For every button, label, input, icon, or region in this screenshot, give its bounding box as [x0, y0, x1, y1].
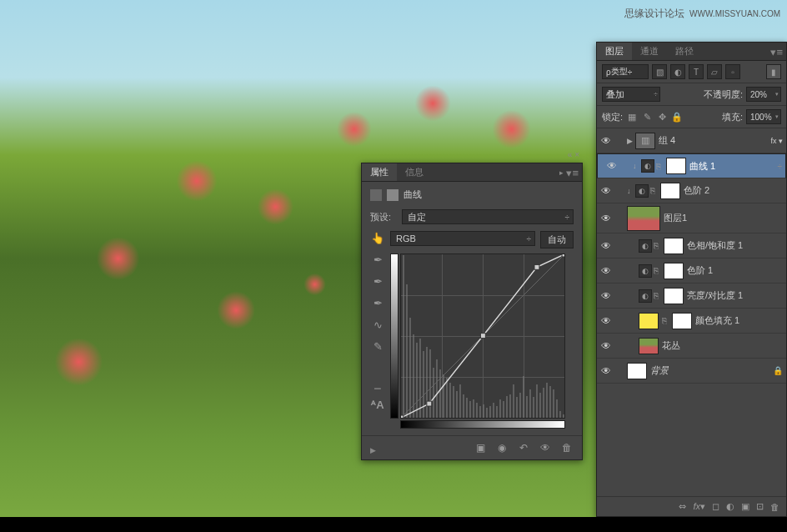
delete-icon[interactable]: 🗑 [560, 441, 574, 454]
filter-type-icon[interactable]: T [689, 64, 704, 79]
opacity-input[interactable]: 20% [746, 87, 781, 102]
link-icon: ⎘ [654, 241, 662, 250]
tab-layers[interactable]: 图层 [597, 43, 632, 60]
curves-graph[interactable] [400, 253, 565, 419]
adjustment-add-icon[interactable]: ◐ [726, 501, 734, 512]
layer-name[interactable]: 色阶 1 [687, 264, 713, 277]
clip-icon[interactable]: ▣ [474, 441, 487, 454]
auto-button[interactable]: 自动 [540, 231, 574, 248]
lock-all-icon[interactable]: 🔒 [671, 111, 683, 123]
layer-row[interactable]: 👁背景🔒 [597, 359, 786, 384]
blend-mode-select[interactable]: 叠加 [602, 87, 660, 102]
mask-thumb[interactable] [666, 158, 686, 174]
layers-menu-icon[interactable]: ▾≡ [770, 46, 783, 58]
tab-info[interactable]: 信息 [397, 163, 432, 181]
preset-label: 预设: [370, 211, 397, 223]
visibility-toggle-icon[interactable]: 👁 [603, 160, 621, 172]
lock-pixels-icon[interactable]: ✎ [641, 111, 653, 123]
clip-arrow-icon: ↓ [627, 187, 635, 195]
curve-point-icon[interactable]: ∿ [371, 318, 384, 331]
filter-shape-icon[interactable]: ▱ [707, 64, 722, 79]
visibility-toggle-icon[interactable]: 👁 [597, 135, 615, 147]
link-icon: ⎘ [656, 162, 664, 171]
visibility-toggle-icon[interactable]: 👁 [597, 265, 615, 277]
fill-input[interactable]: 100% [746, 109, 781, 124]
layer-row[interactable]: 👁◐⎘色相/饱和度 1 [597, 233, 786, 258]
lock-label: 锁定: [602, 111, 623, 123]
mask-add-icon[interactable]: ◻ [712, 501, 719, 512]
lock-transparent-icon[interactable]: ▦ [626, 111, 638, 123]
chevron-icon[interactable]: ▸ [559, 168, 564, 177]
layer-row[interactable]: 👁↓◐⎘曲线 1 [597, 153, 786, 178]
layer-name[interactable]: 亮度/对比度 1 [687, 289, 743, 302]
layer-name[interactable]: 图层1 [664, 212, 687, 224]
adjustment-icon: ◐ [639, 239, 652, 253]
group-add-icon[interactable]: ▣ [741, 501, 749, 512]
fx-icon[interactable]: fx▾ [693, 501, 705, 512]
collapse-icon[interactable]: « × [568, 150, 579, 159]
mask-thumb[interactable] [664, 288, 684, 304]
layer-name[interactable]: 背景 [650, 364, 669, 377]
layer-row[interactable]: 👁◐⎘亮度/对比度 1 [597, 284, 786, 309]
panel-menu-icon[interactable]: ▾≡ [566, 167, 579, 179]
preset-select[interactable]: 自定 [402, 209, 574, 224]
layer-name[interactable]: 花丛 [662, 339, 680, 352]
layer-row[interactable]: 👁图层1 [597, 203, 786, 233]
channel-select[interactable]: RGB [390, 231, 535, 246]
filter-pixel-icon[interactable]: ▧ [652, 64, 667, 79]
fx-badge[interactable]: fx ▾ [770, 137, 783, 145]
mask-thumb[interactable] [660, 183, 680, 199]
layer-filter-row: ρ 类型 ÷ ▧ ◐ T ▱ ▫ ▮ [597, 61, 786, 83]
smooth-icon[interactable]: ⎯ [371, 376, 384, 389]
white-eyedropper-icon[interactable]: ✒ [371, 296, 384, 309]
tab-channels[interactable]: 通道 [632, 43, 667, 60]
expand-triangle-icon[interactable]: ▶ [370, 446, 376, 454]
prev-state-icon[interactable]: ◉ [495, 441, 509, 454]
visibility-icon[interactable]: 👁 [539, 441, 552, 454]
layer-thumb[interactable] [627, 206, 660, 231]
lock-position-icon[interactable]: ✥ [656, 111, 668, 123]
visibility-toggle-icon[interactable]: 👁 [597, 340, 615, 352]
trash-icon[interactable]: 🗑 [770, 502, 779, 512]
gray-eyedropper-icon[interactable]: ✒ [371, 274, 384, 288]
layer-row[interactable]: 👁⎘颜色填充 1 [597, 309, 786, 334]
visibility-toggle-icon[interactable]: 👁 [597, 315, 615, 327]
mask-icon [387, 189, 399, 201]
new-layer-icon[interactable]: ⊡ [756, 501, 764, 512]
visibility-toggle-icon[interactable]: 👁 [597, 213, 615, 224]
filter-adjust-icon[interactable]: ◐ [670, 64, 685, 79]
text-options-icon[interactable]: ᴬA [371, 398, 384, 411]
visibility-toggle-icon[interactable]: 👁 [597, 290, 615, 302]
layer-thumb[interactable] [639, 338, 659, 354]
layer-row[interactable]: 👁花丛 [597, 334, 786, 359]
mask-thumb[interactable] [664, 263, 684, 279]
filter-smart-icon[interactable]: ▫ [725, 64, 740, 79]
filter-kind-select[interactable]: ρ 类型 ÷ [602, 64, 649, 79]
black-eyedropper-icon[interactable]: ✒ [371, 253, 384, 266]
mask-thumb[interactable] [672, 313, 692, 329]
layer-name[interactable]: 色阶 2 [684, 184, 709, 197]
visibility-toggle-icon[interactable]: 👁 [597, 185, 615, 197]
link-icon: ⎘ [662, 316, 670, 325]
target-adjust-icon[interactable]: 👆 [371, 231, 384, 244]
reset-icon[interactable]: ↶ [517, 441, 530, 454]
layer-row[interactable]: 👁▶▥组 4fx ▾ [597, 128, 786, 153]
tab-paths[interactable]: 路径 [667, 43, 702, 60]
layer-row[interactable]: 👁◐⎘色阶 1 [597, 258, 786, 284]
mask-thumb[interactable] [664, 238, 684, 254]
layer-name[interactable]: 色相/饱和度 1 [687, 239, 743, 252]
filter-toggle[interactable]: ▮ [766, 64, 781, 79]
layer-row[interactable]: 👁↓◐⎘色阶 2 [597, 178, 786, 203]
expand-arrow-icon[interactable]: ▶ [627, 137, 635, 145]
layer-name[interactable]: 颜色填充 1 [695, 314, 739, 327]
visibility-toggle-icon[interactable]: 👁 [597, 365, 615, 377]
layer-name[interactable]: 曲线 1 [689, 160, 715, 173]
layer-name[interactable]: 组 4 [659, 134, 675, 147]
link-layers-icon[interactable]: ⇔ [679, 501, 686, 512]
fill-thumb[interactable] [639, 313, 659, 329]
properties-panel: « × 属性 信息 ▸ ▾≡ 曲线 预设: 自定 👆 ✒ ✒ ✒ ∿ ✎ ⎯ ᴬ… [361, 163, 583, 460]
tab-properties[interactable]: 属性 [362, 163, 397, 181]
visibility-toggle-icon[interactable]: 👁 [597, 240, 615, 252]
layer-thumb[interactable] [627, 363, 647, 379]
curve-draw-icon[interactable]: ✎ [371, 339, 384, 353]
